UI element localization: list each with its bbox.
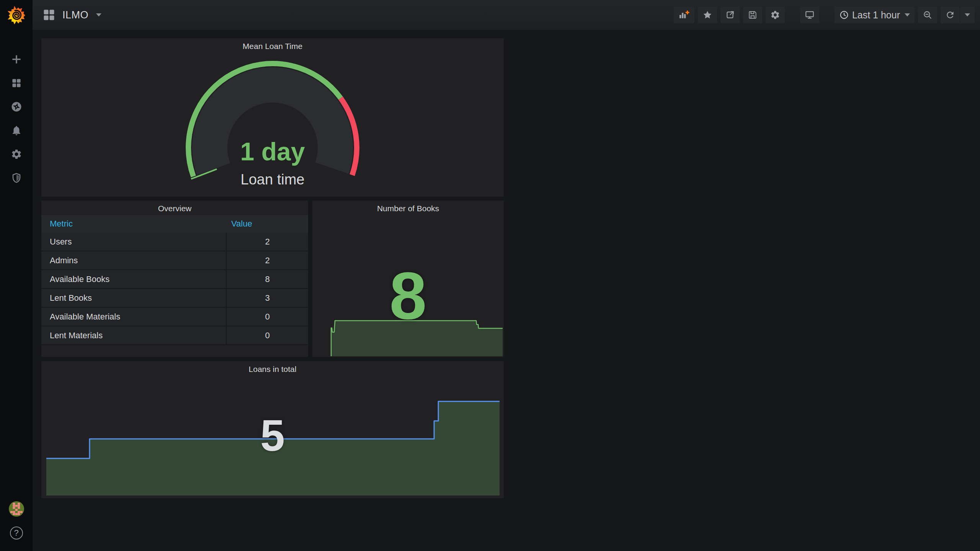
table-row: Lent Books3 — [41, 289, 308, 308]
gear-icon — [11, 148, 22, 160]
sidebar-item-alerting[interactable] — [7, 125, 26, 136]
sidebar-item-dashboards[interactable] — [7, 77, 26, 89]
metric-cell: Lent Materials — [41, 331, 226, 341]
sidebar: ? — [0, 0, 33, 551]
table-row: Available Materials0 — [41, 308, 308, 326]
plus-icon — [11, 54, 22, 65]
value-cell: 8 — [226, 270, 308, 288]
stat-value: 5 — [41, 410, 504, 461]
time-range-picker[interactable]: Last 1 hour — [835, 7, 915, 23]
panel-loans-in-total: Loans in total 5 — [41, 361, 504, 498]
help-glyph: ? — [14, 528, 18, 538]
panel-title[interactable]: Mean Loan Time — [41, 42, 504, 51]
magnifier-minus-icon — [923, 10, 933, 20]
value-cell: 0 — [226, 326, 308, 344]
grafana-logo[interactable] — [0, 0, 33, 30]
cycle-view-mode-button[interactable] — [800, 7, 819, 23]
metric-cell: Admins — [41, 256, 226, 266]
sidebar-item-server-admin[interactable] — [7, 172, 26, 184]
column-header-metric[interactable]: Metric — [41, 219, 226, 229]
grafana-logo-icon — [7, 4, 26, 26]
value-cell: 3 — [226, 289, 308, 307]
gauge-label: Loan time — [41, 171, 504, 188]
page-title: ILMO — [62, 9, 88, 21]
compass-icon — [11, 101, 22, 112]
refresh-button-group — [941, 7, 975, 23]
gear-icon — [770, 10, 780, 20]
sidebar-item-configuration[interactable] — [7, 148, 26, 160]
chevron-down-icon — [905, 13, 910, 16]
save-icon — [748, 10, 758, 20]
chevron-down-icon — [965, 13, 970, 16]
time-range-label: Last 1 hour — [852, 10, 900, 21]
refresh-interval-dropdown[interactable] — [960, 7, 975, 23]
dashboard-title-dropdown[interactable]: ILMO — [42, 8, 101, 22]
save-dashboard-button[interactable] — [743, 7, 762, 23]
grid-icon — [42, 8, 56, 22]
share-icon — [725, 10, 735, 20]
metric-cell: Available Materials — [41, 312, 226, 322]
dashboards-grid-icon — [11, 77, 22, 89]
bell-icon — [11, 125, 22, 136]
value-cell: 0 — [226, 308, 308, 326]
add-panel-button[interactable] — [674, 7, 694, 23]
column-header-value[interactable]: Value — [226, 219, 308, 229]
gauge-value: 1 day — [41, 137, 504, 166]
avatar[interactable] — [9, 501, 24, 517]
stat-value: 8 — [312, 257, 504, 334]
sidebar-item-explore[interactable] — [7, 101, 26, 112]
help-icon[interactable]: ? — [10, 527, 23, 540]
sidebar-item-create[interactable] — [7, 54, 26, 65]
top-nav: ILMO Last 1 hour — [33, 0, 980, 30]
clock-icon — [839, 10, 849, 20]
table-row: Admins2 — [41, 251, 308, 270]
add-panel-icon — [678, 10, 690, 20]
refresh-button[interactable] — [941, 7, 960, 23]
shield-icon — [11, 172, 22, 184]
overview-table-body: Users2Admins2Available Books8Lent Books3… — [41, 233, 308, 345]
panel-overview: Overview Metric Value Users2Admins2Avail… — [41, 201, 308, 357]
panel-title[interactable]: Overview — [41, 204, 308, 213]
share-dashboard-button[interactable] — [720, 7, 740, 23]
chevron-down-icon — [96, 13, 101, 16]
star-icon — [702, 10, 712, 20]
tv-monitor-icon — [805, 10, 815, 20]
panel-mean-loan-time: Mean Loan Time 1 day Loan time — [41, 38, 504, 197]
table-row: Users2 — [41, 233, 308, 251]
dashboard-settings-button[interactable] — [766, 7, 785, 23]
value-cell: 2 — [226, 233, 308, 251]
metric-cell: Lent Books — [41, 293, 226, 303]
panel-title[interactable]: Number of Books — [312, 204, 504, 213]
table-header: Metric Value — [41, 215, 308, 233]
table-row: Available Books8 — [41, 270, 308, 289]
value-cell: 2 — [226, 251, 308, 269]
metric-cell: Users — [41, 237, 226, 247]
panel-number-of-books: Number of Books 8 — [312, 201, 504, 357]
metric-cell: Available Books — [41, 274, 226, 284]
zoom-out-time-button[interactable] — [918, 7, 937, 23]
dashboard-canvas: Mean Loan Time 1 day Loan time Overview … — [33, 30, 980, 551]
panel-title[interactable]: Loans in total — [41, 365, 504, 374]
table-row: Lent Materials0 — [41, 326, 308, 345]
star-dashboard-button[interactable] — [698, 7, 717, 23]
refresh-icon — [945, 10, 955, 20]
